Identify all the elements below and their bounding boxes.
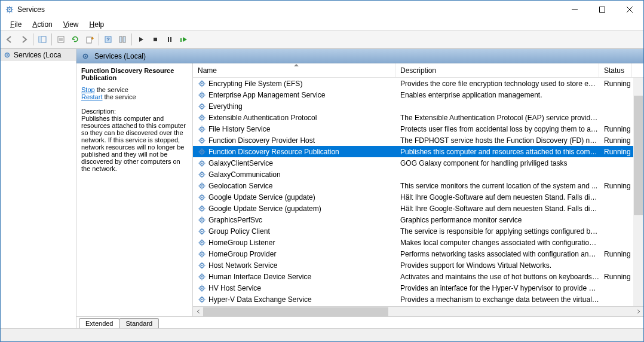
horizontal-scroll-thumb[interactable] (203, 307, 388, 316)
service-row[interactable]: Function Discovery Resource PublicationP… (193, 146, 643, 157)
col-status[interactable]: Status (599, 63, 632, 77)
tree-root-services[interactable]: Services (Loca (1, 49, 76, 61)
stop-service-button[interactable] (149, 33, 162, 46)
svg-line-8 (7, 11, 8, 12)
svg-point-113 (201, 230, 203, 232)
minimize-button[interactable] (561, 1, 588, 19)
service-description: The FDPHOST service hosts the Function D… (395, 136, 599, 145)
svg-point-53 (201, 117, 203, 118)
service-name: Host Network Service (208, 261, 277, 270)
service-row[interactable]: HV Host ServiceProvides an interface for… (193, 282, 643, 294)
pause-service-button[interactable] (163, 33, 176, 46)
service-description: This service monitors the current locati… (395, 182, 599, 190)
service-row[interactable]: Google Update Service (gupdate)Hält Ihre… (193, 191, 643, 203)
service-row[interactable]: File History ServiceProtects user files … (193, 123, 643, 135)
tab-extended[interactable]: Extended (79, 318, 119, 328)
window-title: Services (17, 5, 45, 14)
service-name: Function Discovery Provider Host (208, 136, 315, 145)
service-row[interactable]: Google Update Service (gupdatem)Hält Ihr… (193, 203, 643, 214)
properties-button[interactable] (54, 33, 68, 46)
selected-service-name: Function Discovery Resource Publication (81, 67, 188, 81)
service-row[interactable]: Human Interface Device ServiceActivates … (193, 271, 643, 282)
service-gear-icon (198, 91, 206, 99)
service-row[interactable]: GraphicsPerfSvcGraphics performance moni… (193, 214, 643, 225)
restart-link[interactable]: Restart (81, 93, 102, 100)
svg-point-89 (201, 185, 203, 187)
service-row[interactable]: HomeGroup ProviderPerforms networking ta… (193, 248, 643, 259)
svg-point-77 (201, 162, 203, 164)
service-row[interactable]: GalaxyCommunication (193, 169, 643, 180)
svg-point-143 (201, 287, 203, 289)
service-name: GalaxyCommunication (208, 170, 281, 179)
service-name: Hyper-V Data Exchange Service (208, 295, 312, 304)
service-gear-icon (198, 193, 206, 201)
service-row[interactable]: Hyper-V Data Exchange ServiceProvides a … (193, 294, 643, 305)
svg-point-119 (201, 242, 203, 243)
service-row[interactable]: Enterprise App Management ServiceEnables… (193, 89, 643, 100)
svg-point-107 (201, 219, 203, 221)
back-button[interactable] (3, 33, 16, 46)
menu-view[interactable]: View (59, 20, 84, 29)
export-button[interactable] (83, 33, 96, 46)
menu-file[interactable]: File (5, 20, 26, 29)
service-gear-icon (198, 216, 206, 224)
stop-link[interactable]: Stop (81, 86, 95, 93)
help-button[interactable]: ? (102, 33, 115, 46)
tab-standard[interactable]: Standard (119, 318, 159, 328)
service-status: Running (599, 273, 632, 281)
service-status: Running (599, 148, 632, 156)
service-gear-icon (198, 182, 206, 190)
service-row[interactable]: Everything (193, 100, 643, 112)
svg-line-9 (11, 7, 12, 8)
service-row[interactable]: Geolocation ServiceThis service monitors… (193, 180, 643, 191)
svg-point-1 (9, 9, 11, 11)
service-row[interactable]: Host Network ServiceProvides support for… (193, 259, 643, 271)
vertical-scroll-thumb[interactable] (634, 96, 643, 215)
service-name: Extensible Authentication Protocol (208, 114, 317, 122)
menu-action[interactable]: Action (27, 20, 57, 29)
svg-point-95 (201, 196, 203, 198)
title-bar: Services (1, 1, 643, 19)
service-row[interactable]: Group Policy ClientThe service is respon… (193, 225, 643, 237)
scroll-right-arrow[interactable] (633, 307, 643, 317)
show-hide-tree-button[interactable] (36, 33, 49, 46)
service-gear-icon (198, 125, 206, 133)
svg-line-6 (7, 7, 8, 8)
services-node-icon (3, 51, 11, 59)
scroll-left-arrow[interactable] (193, 307, 203, 317)
horizontal-scrollbar[interactable] (193, 306, 643, 316)
svg-line-7 (11, 11, 12, 12)
service-description: GOG Galaxy component for handling privil… (395, 159, 599, 167)
service-row[interactable]: Extensible Authentication ProtocolThe Ex… (193, 112, 643, 123)
close-button[interactable] (616, 1, 643, 19)
service-row[interactable]: GalaxyClientServiceGOG Galaxy component … (193, 157, 643, 169)
svg-point-149 (201, 298, 203, 300)
start-service-button[interactable] (134, 33, 148, 46)
service-description: Hält Ihre Google-Software auf dem neuest… (395, 204, 599, 213)
right-pane: Services (Local) Function Discovery Reso… (76, 49, 643, 328)
vertical-scrollbar[interactable] (633, 78, 643, 306)
service-gear-icon (198, 227, 206, 236)
col-description[interactable]: Description (395, 63, 599, 77)
svg-point-35 (201, 83, 203, 84)
svg-point-65 (201, 139, 203, 141)
svg-rect-29 (180, 38, 182, 42)
show-hide-action-pane-button[interactable] (116, 33, 129, 46)
service-name: Function Discovery Resource Publication (208, 148, 339, 156)
service-row[interactable]: Function Discovery Provider HostThe FDPH… (193, 135, 643, 146)
svg-rect-26 (154, 38, 157, 41)
service-row[interactable]: HomeGroup ListenerMakes local computer c… (193, 237, 643, 248)
service-name: Google Update Service (gupdatem) (208, 204, 321, 213)
service-name: GraphicsPerfSvc (208, 216, 262, 224)
refresh-button[interactable] (69, 33, 82, 46)
menu-help[interactable]: Help (85, 20, 109, 29)
maximize-button[interactable] (588, 1, 616, 19)
service-name: Enterprise App Management Service (208, 91, 325, 99)
service-status: Running (599, 136, 632, 145)
service-gear-icon (198, 114, 206, 122)
col-name[interactable]: Name (193, 63, 395, 77)
restart-service-button[interactable] (177, 33, 191, 46)
forward-button[interactable] (17, 33, 30, 46)
service-row[interactable]: Encrypting File System (EFS)Provides the… (193, 78, 643, 89)
service-description: Makes local computer changes associated … (395, 239, 599, 247)
